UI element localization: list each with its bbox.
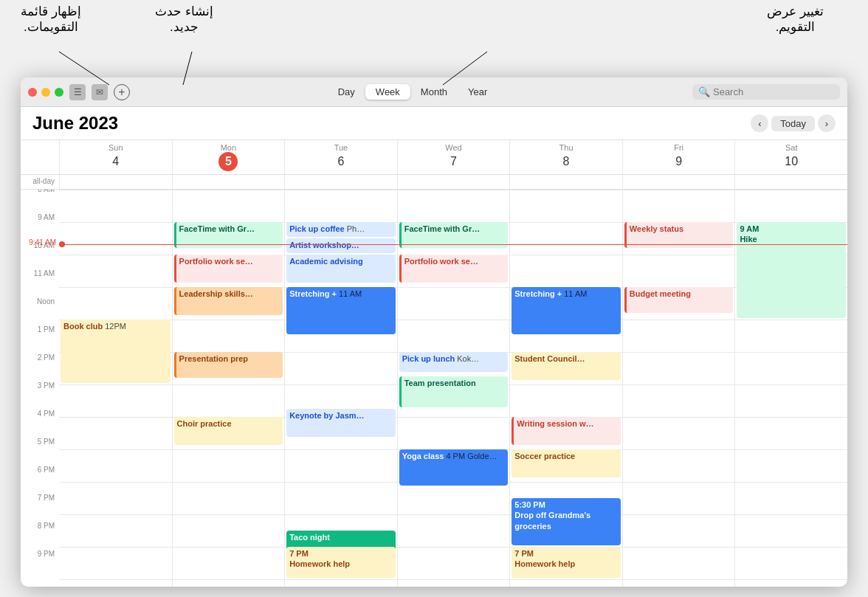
hour-line [398, 417, 510, 418]
event-11[interactable]: Stretching + 11 AM [512, 287, 621, 334]
hour-line [59, 579, 172, 580]
hour-line [285, 514, 397, 515]
col-sun: Book club 12PM [59, 190, 172, 587]
hour-line [398, 190, 510, 190]
allday-fri [622, 175, 735, 189]
allday-row: all-day [21, 175, 847, 190]
event-6[interactable]: Academic advising [286, 255, 396, 283]
search-area: 🔍 [692, 84, 840, 100]
today-button[interactable]: Today [771, 116, 815, 131]
search-input[interactable] [713, 86, 834, 97]
event-8[interactable]: Budget meeting [624, 287, 734, 313]
event-17[interactable]: Keynote by Jasm… [286, 409, 396, 437]
hour-line [735, 514, 847, 515]
hour-line [623, 417, 735, 418]
hour-line [59, 384, 172, 385]
event-9[interactable]: Leadership skills… [174, 287, 283, 315]
event-12[interactable]: Book club 12PM [61, 320, 170, 383]
hour-line [623, 547, 735, 548]
view-year-button[interactable]: Year [458, 84, 497, 100]
hour-line [735, 579, 847, 580]
hour-line [173, 579, 285, 580]
prev-button[interactable]: ‹ [751, 114, 768, 132]
hour-line [623, 449, 735, 450]
close-button[interactable] [28, 88, 37, 97]
traffic-lights [28, 88, 63, 97]
view-month-button[interactable]: Month [410, 84, 458, 100]
maximize-button[interactable] [55, 88, 63, 97]
col-tue: Pick up coffee Ph…Artist workshop…Academ… [284, 190, 397, 587]
calendar-window: ☰ ✉ + Day Week Month Year 🔍 June 2023 ‹ … [21, 77, 847, 587]
current-time-label: 9:41 AM [29, 238, 56, 246]
hour-line [173, 384, 285, 385]
event-19[interactable]: Writing session w… [512, 417, 621, 445]
month-title: June 2023 [32, 113, 751, 134]
allday-thu [509, 175, 622, 189]
event-21[interactable]: Yoga class 4 PM Golde… [399, 449, 509, 486]
inbox-icon[interactable]: ✉ [92, 84, 108, 100]
event-5[interactable]: Portfolio work se… [174, 255, 283, 283]
hour-line [623, 384, 735, 385]
allday-sun [59, 175, 172, 189]
event-25[interactable]: 5:30 PMDrop off Grandma's groceries [512, 498, 621, 545]
hour-line [510, 482, 622, 483]
day-header-sat: Sat 10 [734, 140, 847, 174]
event-24[interactable]: 7 PMHomework help [286, 547, 396, 578]
hour-line [59, 190, 172, 190]
day-header-mon: Mon 5 [172, 140, 285, 174]
event-2[interactable]: Artist workshop… [286, 238, 396, 253]
hour-line [398, 287, 510, 288]
minimize-button[interactable] [41, 88, 50, 97]
day-header-tue: Tue 6 [284, 140, 397, 174]
event-1[interactable]: Pick up coffee Ph… [286, 222, 396, 237]
hour-line [510, 222, 622, 223]
col-mon: FaceTime with Gr…Portfolio work se…Leade… [172, 190, 285, 587]
annotations-overlay: تغيير عرضالتقويم. إنشاء حدثجديد. إظهار ق… [0, 0, 868, 89]
event-15[interactable]: Student Council… [512, 352, 621, 380]
current-time-line [59, 244, 847, 245]
navigation-controls: ‹ Today › [751, 114, 836, 132]
time-grid: 8 AM9 AM10 AM11 AMNoon1 PM2 PM3 PM4 PM5 … [21, 190, 847, 587]
hour-line [59, 449, 172, 450]
next-button[interactable]: › [818, 114, 836, 132]
hour-line [173, 482, 285, 483]
hour-line [735, 449, 847, 450]
hour-line [735, 190, 847, 190]
hour-line [735, 384, 847, 385]
sidebar-toggle-icon[interactable]: ☰ [69, 84, 86, 100]
event-14[interactable]: Pick up lunch Kok… [399, 352, 509, 372]
allday-sat [734, 175, 847, 189]
add-event-button[interactable]: + [114, 84, 130, 100]
allday-wed [397, 175, 510, 189]
event-18[interactable]: Choir practice [174, 417, 283, 445]
hour-line [59, 255, 172, 255]
allday-label: all-day [21, 175, 59, 189]
col-sat: 9 AMHike [734, 190, 847, 587]
event-13[interactable]: Presentation prep [174, 352, 283, 378]
hour-line [398, 514, 510, 515]
view-week-button[interactable]: Week [365, 84, 410, 100]
hour-line [623, 579, 735, 580]
annotation-lines-svg [0, 0, 868, 89]
hour-line [285, 449, 397, 450]
event-26[interactable]: 7 PMHomework help [512, 547, 621, 578]
col-thu: Stretching + 11 AMStudent Council…Writin… [509, 190, 622, 587]
event-10[interactable]: Stretching + 11 AM [286, 287, 396, 334]
event-20[interactable]: Soccer practice [512, 449, 621, 477]
hour-line [623, 255, 735, 255]
annotation-show-calendars: إظهار قائمةالتقويمات. [21, 4, 81, 35]
sidebar-toggle-icons: ☰ ✉ [69, 84, 108, 100]
search-container[interactable]: 🔍 [692, 84, 840, 100]
event-22[interactable]: 9 AMHike [737, 222, 846, 318]
hour-line [735, 352, 847, 353]
hour-line [173, 514, 285, 515]
hour-line [510, 255, 622, 255]
hour-line [623, 320, 735, 320]
hour-line [735, 547, 847, 548]
hour-line [285, 384, 397, 385]
hour-line [398, 320, 510, 320]
event-16[interactable]: Team presentation [399, 376, 509, 407]
annotation-new-event: إنشاء حدثجديد. [155, 4, 213, 35]
event-7[interactable]: Portfolio work se… [399, 255, 509, 283]
view-day-button[interactable]: Day [328, 84, 365, 100]
